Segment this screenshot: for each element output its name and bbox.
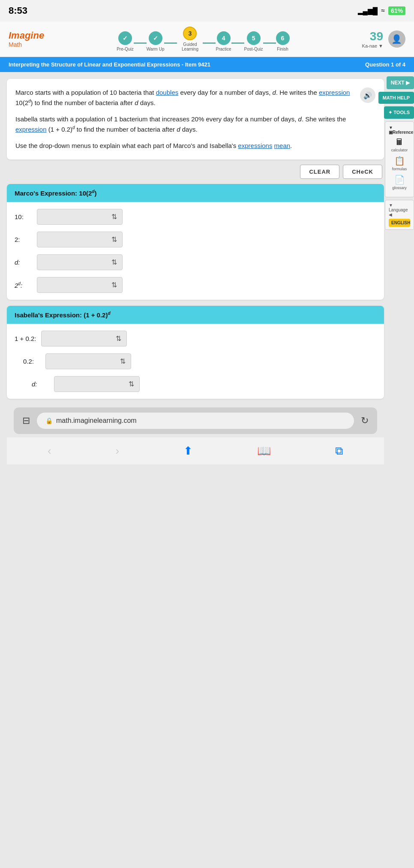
language-button[interactable]: ENGLISH: [389, 219, 410, 227]
marco-expression-card: Marco's Expression: 10(2d) 10: ⇅ 2: ⇅ d:: [7, 184, 384, 300]
browser-bar: ⊟ 🔒 math.imaginelearning.com ↻: [14, 407, 377, 434]
problem-card: 🔊 Marco starts with a population of 10 b…: [7, 79, 384, 160]
question-banner: Interpreting the Structure of Linear and…: [0, 57, 414, 72]
clear-button[interactable]: CLEAR: [300, 165, 339, 179]
reload-button[interactable]: ↻: [361, 415, 369, 426]
bookmarks-button[interactable]: 📖: [257, 444, 271, 458]
score-container: 39 Ka-nae ▼: [362, 30, 383, 48]
isabella-label-d: d:: [32, 380, 49, 388]
step-connector-2: [164, 42, 177, 44]
status-bar: 8:53 ▂▄▆█ ≈ 61%: [0, 0, 414, 21]
step-guided[interactable]: 3 Guided Learning: [177, 27, 203, 51]
url-text: math.imaginelearning.com: [56, 417, 137, 425]
marco-row-10: 10: ⇅: [15, 209, 376, 225]
main-content: NEXT ▶ MATH HELP ✦ TOOLS ▼ ▣Reference 🖩 …: [0, 72, 414, 471]
marco-row-d: d: ⇅: [15, 254, 376, 270]
header-right: 39 Ka-nae ▼ 👤: [362, 30, 405, 48]
step-label-guided: Guided Learning: [177, 42, 203, 51]
step-circle-warmup: ✓: [149, 31, 162, 45]
chevron-down-icon: ⇅: [111, 213, 117, 221]
forward-button[interactable]: ›: [116, 444, 120, 458]
step-connector-4: [231, 42, 244, 44]
marco-dropdown-2d[interactable]: ⇅: [37, 277, 123, 293]
action-row: CLEAR CHeCK: [7, 165, 384, 179]
isabella-label-sum: 1 + 0.2:: [15, 335, 36, 342]
battery-icon: 61%: [388, 6, 405, 15]
calculator-label: calculator: [391, 148, 408, 152]
url-bar: 🔒 math.imaginelearning.com: [37, 413, 354, 429]
step-label-finish: Finish: [277, 47, 288, 51]
isabella-dropdown-d[interactable]: ⇅: [54, 376, 140, 392]
marco-dropdown-d[interactable]: ⇅: [37, 254, 123, 270]
chevron-down-icon-2: ⇅: [111, 235, 117, 244]
step-connector-5: [263, 42, 276, 44]
problem-paragraph-1: Marco starts with a population of 10 bac…: [15, 87, 375, 108]
step-connector-3: [203, 42, 216, 44]
language-panel: ▼ Language ◀ ENGLISH: [385, 200, 414, 230]
step-practice[interactable]: 4 Practice: [216, 31, 231, 51]
formulas-item[interactable]: 📋 formulas: [389, 156, 410, 171]
isabella-row-02: 0.2: ⇅: [23, 353, 376, 369]
nav-bar: ‹ › ⬆ 📖 ⧉: [7, 437, 384, 464]
share-button[interactable]: ⬆: [183, 444, 193, 458]
calculator-item[interactable]: 🖩 calculator: [389, 137, 410, 152]
math-help-button[interactable]: MATH HELP: [378, 92, 414, 104]
problem-paragraph-2: Isabella starts with a population of 1 b…: [15, 114, 375, 135]
chevron-down-icon-6: ⇅: [120, 357, 126, 365]
glossary-item[interactable]: 📄 glossary: [389, 175, 410, 190]
speaker-button[interactable]: 🔊: [360, 87, 375, 103]
logo-container: Imagine Math: [9, 30, 44, 48]
step-connector-1: [134, 42, 147, 44]
status-icons: ▂▄▆█ ≈ 61%: [358, 6, 405, 15]
glossary-icon: 📄: [394, 175, 405, 185]
next-button[interactable]: NEXT ▶: [387, 76, 414, 89]
step-circle-finish: 6: [276, 31, 290, 45]
marco-dropdown-2[interactable]: ⇅: [37, 232, 123, 247]
status-time: 8:53: [9, 5, 27, 16]
score-number: 39: [370, 30, 383, 43]
marco-dropdown-10[interactable]: ⇅: [37, 209, 123, 225]
isabella-row-sum: 1 + 0.2: ⇅: [15, 331, 376, 347]
marco-label-10: 10:: [15, 213, 32, 220]
formulas-icon: 📋: [394, 156, 405, 166]
app-header: Imagine Math ✓ Pre-Quiz ✓ Warm Up 3 Guid…: [0, 21, 414, 57]
isabella-dropdown-sum[interactable]: ⇅: [41, 331, 127, 347]
marco-expression-header: Marco's Expression: 10(2d): [7, 184, 384, 202]
link-mean: mean: [274, 142, 291, 149]
step-circle-practice: 4: [217, 31, 231, 45]
logo-imagine: Imagine: [9, 30, 44, 41]
browser-tabs-icon[interactable]: ⊟: [22, 415, 30, 426]
step-warmup[interactable]: ✓ Warm Up: [147, 31, 165, 51]
step-postquiz[interactable]: 5 Post-Quiz: [244, 31, 263, 51]
chevron-down-icon-4: ⇅: [111, 281, 117, 289]
marco-row-2d: 2d: ⇅: [15, 277, 376, 293]
language-title: ▼ Language ◀: [389, 203, 410, 217]
tools-button[interactable]: ✦ TOOLS: [384, 106, 414, 119]
logo-math: Math: [9, 41, 44, 48]
marco-expression-body: 10: ⇅ 2: ⇅ d: ⇅: [7, 202, 384, 300]
link-expression-1: expression: [319, 89, 350, 96]
isabella-expression-body: 1 + 0.2: ⇅ 0.2: ⇅ d: ⇅: [7, 324, 384, 399]
marco-label-2d: 2d:: [15, 281, 32, 289]
question-info: Question 1 of 4: [365, 61, 405, 68]
calculator-icon: 🖩: [395, 137, 404, 147]
isabella-dropdown-02[interactable]: ⇅: [45, 353, 131, 369]
step-label-practice: Practice: [216, 47, 231, 51]
isabella-expression-header: Isabella's Expression: (1 + 0.2)d: [7, 306, 384, 324]
tabs-button[interactable]: ⧉: [335, 444, 343, 458]
step-finish[interactable]: 6 Finish: [276, 31, 290, 51]
chevron-down-icon-5: ⇅: [116, 335, 121, 343]
step-circle-postquiz: 5: [247, 31, 261, 45]
step-prequiz[interactable]: ✓ Pre-Quiz: [117, 31, 133, 51]
marco-label-2: 2:: [15, 236, 32, 243]
link-expressions: expressions: [238, 142, 272, 149]
step-label-postquiz: Post-Quiz: [244, 47, 263, 51]
step-circle-prequiz: ✓: [118, 31, 132, 45]
reference-title: ▼ ▣Reference: [389, 125, 410, 135]
isabella-label-02: 0.2:: [23, 358, 40, 365]
link-expression-2: expression: [15, 126, 47, 133]
check-button[interactable]: CHeCK: [343, 165, 382, 179]
progress-steps: ✓ Pre-Quiz ✓ Warm Up 3 Guided Learning 4…: [117, 27, 289, 51]
lock-icon: 🔒: [45, 417, 53, 424]
back-button[interactable]: ‹: [48, 444, 51, 458]
